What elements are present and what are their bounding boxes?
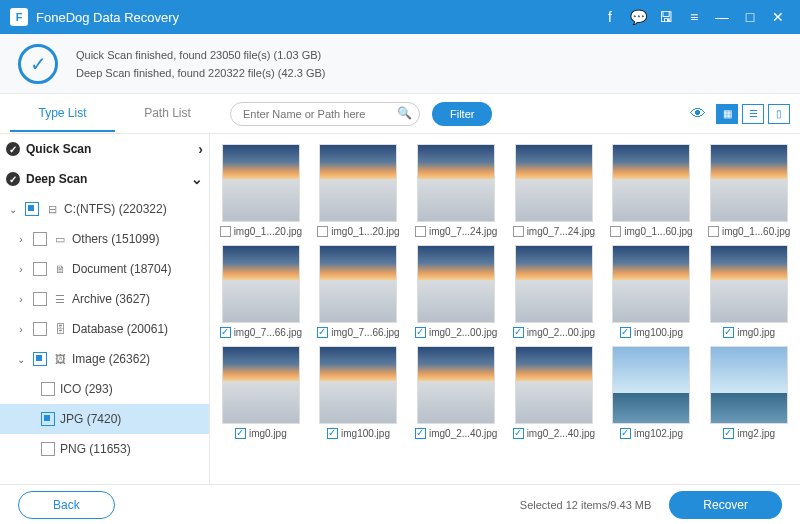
file-thumbnail[interactable]: img0_7...24.jpg [509, 144, 599, 237]
file-checkbox[interactable] [415, 226, 426, 237]
folder-icon: ▭ [52, 233, 68, 246]
sidebar-others[interactable]: ▭Others (151099) [0, 224, 209, 254]
file-name: img0_1...20.jpg [234, 226, 302, 237]
thumbnail-image [319, 346, 397, 424]
file-checkbox[interactable] [220, 226, 231, 237]
sidebar-document[interactable]: 🗎Document (18704) [0, 254, 209, 284]
file-name: img2.jpg [737, 428, 775, 439]
sidebar-drive[interactable]: ⊟C:(NTFS) (220322) [0, 194, 209, 224]
file-thumbnail[interactable]: img0_7...66.jpg [216, 245, 306, 338]
thumbnail-image [417, 346, 495, 424]
file-checkbox[interactable] [620, 327, 631, 338]
file-checkbox[interactable] [317, 327, 328, 338]
thumbnail-image [515, 245, 593, 323]
view-detail-button[interactable]: ▯ [768, 104, 790, 124]
app-logo: F [10, 8, 28, 26]
sidebar-jpg[interactable]: JPG (7420) [0, 404, 209, 434]
thumbnail-image [319, 144, 397, 222]
file-checkbox[interactable] [723, 327, 734, 338]
file-thumbnail[interactable]: img0_2...40.jpg [509, 346, 599, 439]
file-name: img0_7...66.jpg [331, 327, 399, 338]
file-thumbnail[interactable]: img0_2...00.jpg [509, 245, 599, 338]
file-thumbnail[interactable]: img0_7...24.jpg [411, 144, 501, 237]
file-name: img0_2...40.jpg [429, 428, 497, 439]
sidebar: ✓Quick Scan› ✓Deep Scan⌄ ⊟C:(NTFS) (2203… [0, 134, 210, 484]
file-thumbnail[interactable]: img0_2...40.jpg [411, 346, 501, 439]
thumbnail-image [319, 245, 397, 323]
feedback-icon[interactable]: 💬 [626, 5, 650, 29]
view-grid-button[interactable]: ▦ [716, 104, 738, 124]
maximize-icon[interactable]: □ [738, 5, 762, 29]
file-thumbnail[interactable]: img100.jpg [314, 346, 404, 439]
facebook-icon[interactable]: f [598, 5, 622, 29]
menu-icon[interactable]: ≡ [682, 5, 706, 29]
file-thumbnail[interactable]: img2.jpg [704, 346, 794, 439]
file-checkbox[interactable] [415, 428, 426, 439]
file-checkbox[interactable] [610, 226, 621, 237]
footer: Back Selected 12 items/9.43 MB Recover [0, 484, 800, 524]
preview-icon[interactable]: 👁 [690, 105, 706, 123]
search-box: 🔍 [230, 102, 420, 126]
file-thumbnail[interactable]: img0.jpg [216, 346, 306, 439]
file-checkbox[interactable] [327, 428, 338, 439]
content-area: img0_1...20.jpgimg0_1...20.jpgimg0_7...2… [210, 134, 800, 484]
file-checkbox[interactable] [708, 226, 719, 237]
toolbar: Type List Path List 🔍 Filter 👁 ▦ ☰ ▯ [0, 94, 800, 134]
file-checkbox[interactable] [220, 327, 231, 338]
sidebar-archive[interactable]: ☰Archive (3627) [0, 284, 209, 314]
file-name: img0_7...24.jpg [429, 226, 497, 237]
deepscan-status: Deep Scan finished, found 220322 file(s)… [76, 64, 325, 82]
thumbnail-image [710, 144, 788, 222]
file-thumbnail[interactable]: img102.jpg [607, 346, 697, 439]
file-checkbox[interactable] [513, 226, 524, 237]
minimize-icon[interactable]: — [710, 5, 734, 29]
file-checkbox[interactable] [317, 226, 328, 237]
sidebar-database[interactable]: 🗄Database (20061) [0, 314, 209, 344]
file-thumbnail[interactable]: img0_1...20.jpg [314, 144, 404, 237]
thumbnail-image [222, 346, 300, 424]
close-icon[interactable]: ✕ [766, 5, 790, 29]
file-thumbnail[interactable]: img0.jpg [704, 245, 794, 338]
file-thumbnail[interactable]: img0_1...60.jpg [704, 144, 794, 237]
drive-icon: ⊟ [44, 203, 60, 216]
sidebar-deepscan[interactable]: ✓Deep Scan⌄ [0, 164, 209, 194]
view-list-button[interactable]: ☰ [742, 104, 764, 124]
file-name: img102.jpg [634, 428, 683, 439]
file-checkbox[interactable] [620, 428, 631, 439]
titlebar: F FoneDog Data Recovery f 💬 🖫 ≡ — □ ✕ [0, 0, 800, 34]
document-icon: 🗎 [52, 263, 68, 275]
thumbnail-image [612, 144, 690, 222]
thumbnail-image [612, 245, 690, 323]
search-input[interactable] [230, 102, 420, 126]
file-thumbnail[interactable]: img0_7...66.jpg [314, 245, 404, 338]
file-thumbnail[interactable]: img100.jpg [607, 245, 697, 338]
sidebar-image[interactable]: 🖼Image (26362) [0, 344, 209, 374]
thumbnail-image [710, 346, 788, 424]
thumbnail-image [515, 144, 593, 222]
file-checkbox[interactable] [513, 428, 524, 439]
file-checkbox[interactable] [513, 327, 524, 338]
file-name: img100.jpg [341, 428, 390, 439]
file-name: img0_1...20.jpg [331, 226, 399, 237]
save-icon[interactable]: 🖫 [654, 5, 678, 29]
file-name: img0_7...66.jpg [234, 327, 302, 338]
tab-pathlist[interactable]: Path List [115, 96, 220, 132]
thumbnail-image [710, 245, 788, 323]
thumbnail-image [612, 346, 690, 424]
file-thumbnail[interactable]: img0_1...20.jpg [216, 144, 306, 237]
sidebar-quickscan[interactable]: ✓Quick Scan› [0, 134, 209, 164]
thumbnail-image [515, 346, 593, 424]
file-name: img0_1...60.jpg [722, 226, 790, 237]
filter-button[interactable]: Filter [432, 102, 492, 126]
file-thumbnail[interactable]: img0_2...00.jpg [411, 245, 501, 338]
back-button[interactable]: Back [18, 491, 115, 519]
recover-button[interactable]: Recover [669, 491, 782, 519]
file-checkbox[interactable] [723, 428, 734, 439]
file-checkbox[interactable] [415, 327, 426, 338]
tab-typelist[interactable]: Type List [10, 96, 115, 132]
file-thumbnail[interactable]: img0_1...60.jpg [607, 144, 697, 237]
sidebar-png[interactable]: PNG (11653) [0, 434, 209, 464]
file-checkbox[interactable] [235, 428, 246, 439]
search-icon[interactable]: 🔍 [397, 106, 412, 120]
sidebar-ico[interactable]: ICO (293) [0, 374, 209, 404]
